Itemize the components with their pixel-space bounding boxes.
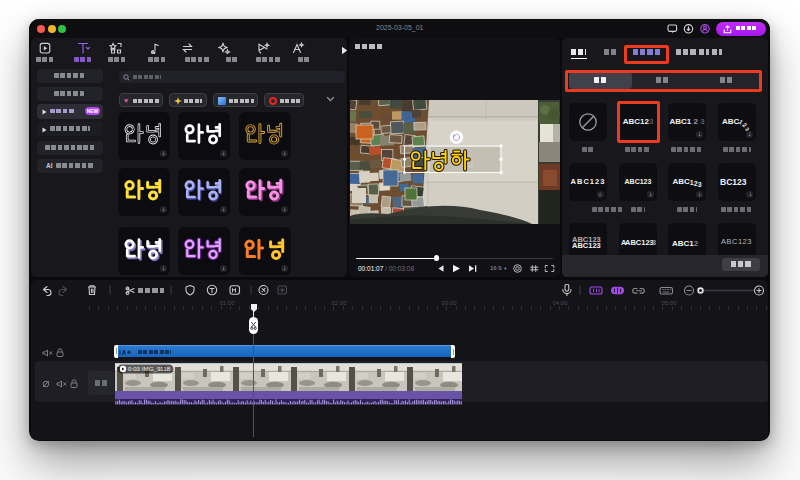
svg-text:0:03 IMG_9118: 0:03 IMG_9118	[128, 365, 171, 372]
svg-text:M: M	[466, 160, 474, 170]
